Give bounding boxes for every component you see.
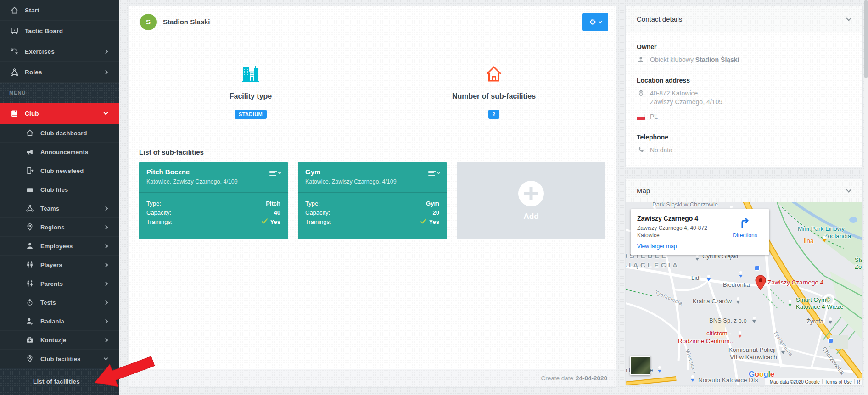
settings-button[interactable]: ⚙ (582, 13, 608, 31)
sidebar-item-regions[interactable]: Regions (0, 218, 119, 237)
sidebar-item-label: Tactic Board (25, 28, 63, 34)
sidebar-item-club-dashboard[interactable]: Club dashboard (0, 124, 119, 143)
location-pin-icon (25, 355, 35, 363)
sidebar-item-label: Club (25, 110, 39, 117)
subfacilities-list: Pitch Boczne Katowice, Zawiszy Czarnego,… (139, 162, 605, 239)
map-label-biedronka: Biedronka (723, 281, 750, 288)
sidebar-item-club[interactable]: Club (0, 103, 119, 124)
view-larger-map-link[interactable]: View larger map (637, 243, 677, 250)
sidebar-item-club-files[interactable]: Club files (0, 180, 119, 199)
type-value: Gym (426, 199, 439, 208)
card-menu-button[interactable] (269, 169, 281, 177)
presentation-board-icon (9, 27, 19, 35)
map-label-police-line2: VII w Katowicach (730, 354, 777, 361)
home-icon (9, 6, 19, 15)
terms-of-use-link[interactable]: Terms of Use (822, 379, 854, 384)
chevron-right-icon (104, 338, 108, 342)
add-subfacility-button[interactable]: Add (457, 162, 605, 239)
sidebar-item-employees[interactable]: Employees (0, 237, 119, 256)
telephone-value: No data (650, 146, 672, 155)
telephone-row: No data (637, 146, 851, 155)
transit-stop-icon (755, 266, 760, 271)
poland-flag-icon (637, 113, 645, 120)
directions-label: Directions (729, 232, 761, 239)
book-icon (9, 109, 19, 118)
first-aid-kit-icon (25, 336, 35, 344)
map-label-mini-park-line2: Zoolandia (824, 233, 851, 239)
google-logo: Google (749, 370, 774, 379)
sidebar-item-badania[interactable]: Badania (0, 312, 119, 331)
avatar: S (140, 14, 157, 30)
contact-details-header[interactable]: Contact details (626, 6, 862, 32)
satellite-view-toggle[interactable] (630, 356, 650, 375)
chevron-right-icon (104, 49, 108, 54)
subfacility-card-header: Pitch Boczne Katowice, Zawiszy Czarnego,… (139, 162, 288, 192)
map-label-smart-gym-line2: Katowice 4 Wieże (796, 303, 843, 310)
sidebar-item-roles[interactable]: Roles (0, 62, 119, 83)
subfacility-card-gym[interactable]: Gym Katowice, Zawiszy Czarnego, 4/109 Ty… (298, 162, 447, 239)
sidebar-item-teams[interactable]: Teams (0, 199, 119, 218)
map-label-police-line1: Komisariat Policji (728, 346, 776, 353)
map-label-zoo-line1: Śląs (855, 256, 862, 263)
sidebar-item-club-facilities[interactable]: Club facilities (0, 350, 119, 368)
capacity-label: Capacity: (146, 208, 171, 217)
subfacilities-section-title: List of sub-facilities (139, 148, 616, 156)
sidebar-item-kontuzje[interactable]: Kontuzje (0, 331, 119, 350)
subfacility-name: Pitch Boczne (146, 168, 280, 176)
home-icon (25, 129, 35, 137)
stat-label: Number of sub-facilities (452, 92, 536, 100)
sidebar-item-parents[interactable]: Parents (0, 274, 119, 293)
check-icon (420, 217, 427, 227)
hamburger-menu-icon (269, 169, 277, 177)
destination-marker-icon[interactable] (755, 275, 766, 292)
check-icon (261, 217, 268, 227)
subfacility-address: Katowice, Zawiszy Czarnego, 4/109 (146, 178, 280, 185)
map-header[interactable]: Map (626, 179, 862, 202)
house-icon (484, 65, 504, 85)
card-footer: Create date 24-04-2020 (129, 369, 616, 387)
city-buildings-icon (241, 65, 260, 85)
country-row: PL (637, 112, 851, 121)
person-icon (25, 242, 35, 250)
chevron-down-icon (104, 356, 108, 361)
sidebar-item-label: Announcements (40, 149, 88, 156)
sidebar-item-club-newsfeed[interactable]: Club newsfeed (0, 161, 119, 180)
google-map[interactable]: Park Śląski w Chorzowie OSIEDLE SIĄCLECI… (626, 202, 862, 385)
sidebar-item-tests[interactable]: Tests (0, 293, 119, 312)
sidebar-item-players[interactable]: Players (0, 256, 119, 274)
sidebar-item-tactic-board[interactable]: Tactic Board (0, 21, 119, 41)
subfacility-details: Type:Pitch Capacity:40 Trainings: Yes (139, 192, 288, 227)
person-check-icon (25, 317, 35, 325)
chevron-down-icon (598, 20, 602, 23)
card-menu-button[interactable] (428, 169, 440, 177)
add-label: Add (523, 212, 538, 221)
subfacility-card-header: Gym Katowice, Zawiszy Czarnego, 4/109 (298, 162, 447, 192)
report-error-link[interactable]: R (854, 379, 862, 384)
sidebar-item-announcements[interactable]: Announcements (0, 143, 119, 161)
sidebar-item-label: Kontuzje (40, 337, 66, 344)
subfacility-card-pitch-boczne[interactable]: Pitch Boczne Katowice, Zawiszy Czarnego,… (139, 162, 288, 239)
map-pin-icon (25, 223, 35, 231)
facility-detail-card: S Stadion Slaski ⚙ (129, 6, 616, 388)
sidebar-item-start[interactable]: Start (0, 0, 119, 21)
map-label-lidl: Lidl (691, 274, 700, 281)
sidebar-item-label: Club files (40, 186, 68, 193)
sidebar-item-exercises[interactable]: Exercises (0, 41, 119, 62)
trainings-value: Yes (429, 217, 439, 227)
map-label-osiedle-line2: SIĄCLECIA (626, 261, 680, 269)
capacity-value: 40 (274, 208, 280, 217)
info-window-address-line1: Zawiszy Czarnego 4, 40-872 (637, 225, 707, 231)
transit-stop-icon (828, 338, 833, 343)
type-label: Type: (305, 199, 320, 208)
map-label-citistom-line1: citistom - (706, 330, 731, 337)
scrollbar-thumb[interactable] (864, 0, 868, 78)
map-attribution: Map data ©2020 Google Terms of Use R (765, 378, 862, 385)
country-code: PL (650, 112, 658, 121)
sidebar-item-label: Regions (40, 224, 65, 231)
stat-subfacilities: Number of sub-facilities 2 (372, 65, 616, 119)
hierarchy-icon (25, 204, 35, 212)
page-scrollbar[interactable] (864, 0, 868, 395)
facility-stats: Facility type STADIUM Number of sub-faci… (129, 65, 616, 119)
sidebar-item-list-of-facilities[interactable]: List of facilities (0, 368, 119, 395)
directions-button[interactable]: Directions (729, 217, 761, 239)
